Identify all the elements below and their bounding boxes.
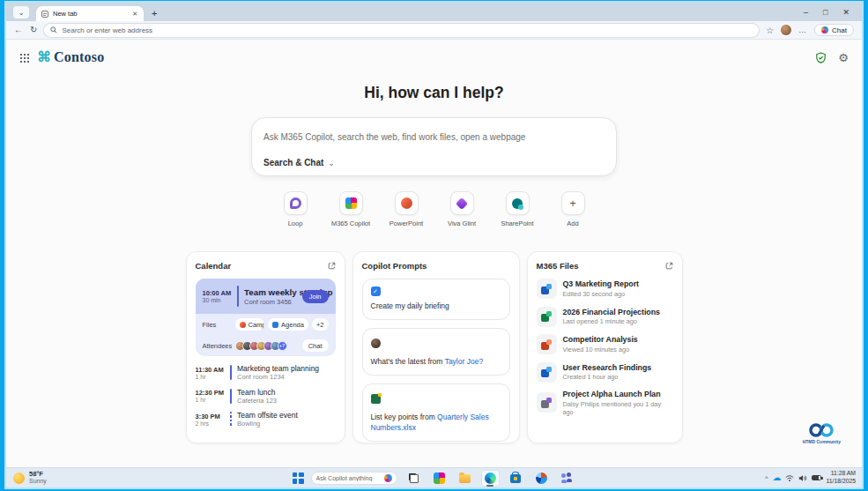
m365-files-card: M365 Files Q3 Marketing ReportEdited 30 … <box>527 251 683 443</box>
file-icon-tile <box>537 392 557 413</box>
app-launcher-icon[interactable] <box>19 53 29 63</box>
browser-toolbar: ← ↻ ☆ … Chat <box>6 21 862 40</box>
meeting-title: Team weekly standup <box>244 287 297 297</box>
calendar-event-row[interactable]: 12:30 PM1 hr Team lunchCafeteria 123 <box>196 388 336 405</box>
chevron-up-icon[interactable]: ^ <box>765 475 768 481</box>
teams-button[interactable] <box>558 470 576 487</box>
more-files-chip[interactable]: +2 <box>312 318 329 331</box>
file-row[interactable]: 2026 Financial ProjectionsLast opened 1 … <box>537 307 673 327</box>
prompt-key-points-file[interactable]: List key points from Quarterly Sales Num… <box>362 383 510 442</box>
open-in-new-icon[interactable] <box>665 262 673 270</box>
search-mode-label: Search & Chat <box>263 158 323 167</box>
app-tile <box>339 191 363 215</box>
taskbar-search[interactable] <box>311 472 397 485</box>
close-window-button[interactable]: ✕ <box>842 8 849 17</box>
file-explorer-button[interactable] <box>456 470 474 487</box>
page-header: ⌘ Contoso ⚙ <box>6 40 862 65</box>
greeting-title: Hi, how can I help? <box>6 84 862 102</box>
screen-frame: ⌄ New tab ✕ + – □ ✕ ← ↻ ☆ … Chat <box>0 0 868 491</box>
file-chip-agenda[interactable]: Agenda <box>268 318 308 331</box>
app-tile <box>506 191 530 215</box>
edge-chat-button[interactable]: Chat <box>814 24 854 36</box>
htmd-logo-icon <box>808 422 835 438</box>
copilot-search-box[interactable]: Search & Chat ⌄ <box>251 117 617 176</box>
attendee-avatars: +7 <box>235 341 299 351</box>
file-icon-tile <box>537 362 557 383</box>
file-icon-tile <box>537 307 557 327</box>
app-add[interactable]: + Add <box>553 191 593 227</box>
tab-close-icon[interactable]: ✕ <box>131 11 138 18</box>
search-icon <box>50 26 57 33</box>
edge-button-active[interactable] <box>481 470 500 487</box>
weather-widget[interactable]: 58°F Sunny <box>13 468 47 487</box>
m365-copilot-icon <box>434 472 445 484</box>
open-in-new-icon[interactable] <box>328 262 336 270</box>
event-info: Marketing team planningConf room 1234 <box>237 364 319 381</box>
file-row[interactable]: Project Alpha Launch PlanDaisy Philips m… <box>537 390 673 416</box>
calendar-event-row[interactable]: 3:30 PM2 hrs Team offsite eventBowling <box>196 411 336 428</box>
chip-label: Campaign <box>249 321 265 329</box>
new-tab-button[interactable]: + <box>152 9 157 19</box>
minimize-button[interactable]: – <box>804 8 808 17</box>
favorites-star-icon[interactable]: ☆ <box>766 26 774 35</box>
app-viva-glint[interactable]: Viva Glint <box>441 191 482 227</box>
file-chip-campaign[interactable]: Campaign <box>235 318 265 331</box>
shield-check-icon[interactable] <box>815 52 827 63</box>
app-powerpoint[interactable]: PowerPoint <box>386 191 427 227</box>
copilot-icon <box>384 474 392 482</box>
app-m365-copilot[interactable]: M365 Copilot <box>330 191 371 227</box>
photos-button[interactable] <box>532 470 551 487</box>
browser-tab-strip: ⌄ New tab ✕ + – □ ✕ <box>6 3 862 21</box>
m365-copilot-taskbar-button[interactable] <box>430 470 449 487</box>
copilot-search-input[interactable] <box>263 132 605 142</box>
task-view-button[interactable] <box>404 470 423 487</box>
clock[interactable]: 11:28 AM 11/18/2025 <box>826 470 856 486</box>
app-sharepoint[interactable]: SharePoint <box>497 191 538 227</box>
browser-tab-new-tab[interactable]: New tab ✕ <box>36 6 144 21</box>
meeting-summary[interactable]: 10:00 AM 30 min Team weekly standup Conf… <box>196 279 336 314</box>
prompt-latest-from-person[interactable]: What's the latest from Taylor Joe? <box>362 328 510 376</box>
refresh-button[interactable]: ↻ <box>30 26 37 34</box>
profile-avatar[interactable] <box>781 25 791 35</box>
task-view-icon <box>409 473 419 483</box>
next-meeting-block: 10:00 AM 30 min Team weekly standup Conf… <box>196 279 336 356</box>
join-button[interactable]: Join <box>302 290 329 303</box>
copilot-icon <box>821 26 828 33</box>
onedrive-cloud-icon[interactable]: ☁ <box>772 473 781 482</box>
file-row[interactable]: Competitor AnalysisViewed 10 minutes ago <box>537 334 673 354</box>
app-loop[interactable]: Loop <box>275 191 315 227</box>
gear-icon[interactable]: ⚙ <box>838 52 849 63</box>
weather-condition: Sunny <box>29 478 47 485</box>
files-label: Files <box>203 321 232 329</box>
file-row[interactable]: User Research FindingsCreated 1 hour ago <box>537 362 673 383</box>
battery-icon[interactable] <box>812 475 821 480</box>
more-menu-icon[interactable]: … <box>798 26 807 34</box>
new-tab-page: ⌘ Contoso ⚙ Hi, how can I help? Search &… <box>6 40 862 467</box>
store-button[interactable] <box>507 470 525 487</box>
tab-search-button[interactable]: ⌄ <box>13 6 29 19</box>
powerpoint-icon <box>401 197 412 209</box>
prompt-icon-wrap <box>371 336 501 352</box>
sun-icon <box>13 472 25 484</box>
chip-label: Agenda <box>281 321 304 329</box>
more-attendees-badge[interactable]: +7 <box>278 341 287 351</box>
file-row[interactable]: Q3 Marketing ReportEdited 30 second ago <box>537 279 673 299</box>
volume-icon[interactable] <box>798 474 807 482</box>
meeting-files-row: Files Campaign Agenda +2 <box>196 314 336 335</box>
sharepoint-icon <box>512 198 523 209</box>
tab-title: New tab <box>53 10 127 18</box>
prompt-icon-wrap: ✓ <box>371 286 501 296</box>
maximize-button[interactable]: □ <box>823 8 827 17</box>
back-button[interactable]: ← <box>14 26 23 34</box>
prompt-daily-briefing[interactable]: ✓ Create my daily briefing <box>362 279 510 320</box>
prompt-link[interactable]: Taylor Joe? <box>445 357 483 366</box>
calendar-event-row[interactable]: 11:30 AM1 hr Marketing team planningConf… <box>196 364 336 381</box>
search-mode-selector[interactable]: Search & Chat ⌄ <box>263 158 605 167</box>
start-button[interactable] <box>293 472 304 484</box>
wifi-icon[interactable] <box>785 474 794 482</box>
address-input[interactable] <box>62 26 753 34</box>
contoso-logo-icon: ⌘ <box>37 50 51 64</box>
address-bar[interactable] <box>44 24 759 37</box>
taskbar-search-input[interactable] <box>316 475 381 481</box>
meeting-chat-button[interactable]: Chat <box>302 339 329 352</box>
